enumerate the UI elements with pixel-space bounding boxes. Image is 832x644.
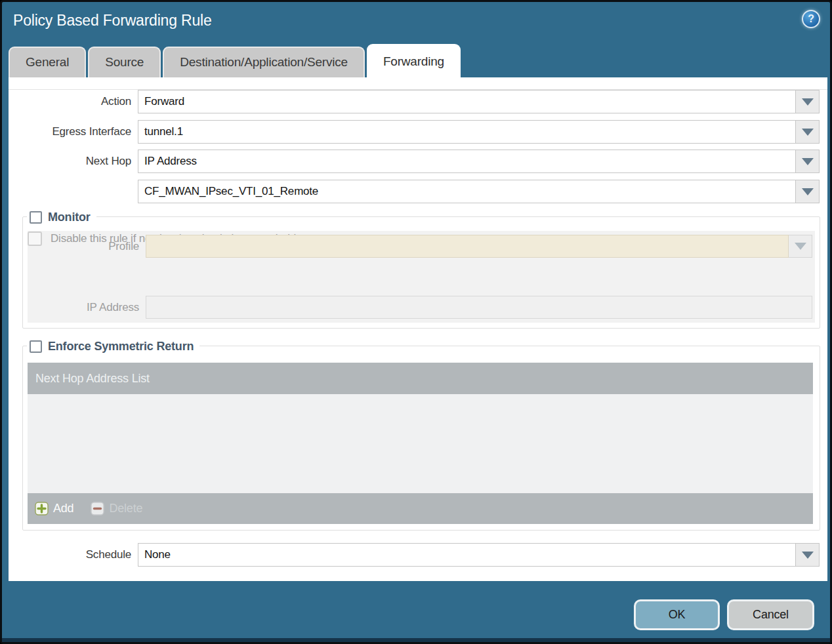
next-hop-value: IP Address [144,155,197,168]
monitor-ip-address-label: IP Address [28,296,146,319]
chevron-down-icon [802,98,814,106]
action-label: Action [9,90,138,113]
monitor-label: Monitor [48,211,91,224]
monitor-legend: Monitor [27,209,96,226]
action-select[interactable]: Forward [138,90,796,113]
forwarding-tab-panel: Action Forward Egress Interface tunnel.1… [9,77,827,581]
next-hop-address-select[interactable]: CF_MWAN_IPsec_VTI_01_Remote [138,180,796,203]
table-footer-toolbar: Add Delete [28,493,813,524]
profile-dropdown-button-disabled [789,235,812,258]
tab-forwarding[interactable]: Forwarding [367,44,461,77]
next-hop-address-label-spacer [9,180,138,203]
egress-interface-value: tunnel.1 [144,125,183,138]
action-dropdown-button[interactable] [796,90,820,113]
monitor-ip-address-row: IP Address [28,296,812,319]
next-hop-address-row: CF_MWAN_IPsec_VTI_01_Remote [9,180,820,203]
enforce-symmetric-return-checkbox[interactable] [30,340,42,353]
delete-button-disabled: Delete [91,502,142,515]
next-hop-address-dropdown-button[interactable] [796,180,820,203]
enforce-symmetric-return-label: Enforce Symmetric Return [48,340,194,353]
next-hop-address-list-table: Next Hop Address List Add [28,363,813,524]
tab-source[interactable]: Source [88,47,161,77]
chevron-down-icon [802,552,814,559]
egress-interface-dropdown-button[interactable] [796,120,820,144]
egress-interface-select[interactable]: tunnel.1 [138,120,796,144]
minus-icon [91,502,104,515]
monitor-ip-address-input-disabled [146,296,812,319]
help-icon[interactable]: ? [802,10,820,28]
chevron-down-icon [795,243,806,250]
profile-row: Profile [28,235,812,258]
chevron-down-icon [802,158,814,165]
question-mark-glyph: ? [808,13,814,25]
enforce-symmetric-return-group: Enforce Symmetric Return Next Hop Addres… [22,346,820,531]
action-value: Forward [144,95,184,108]
tab-bar: General Source Destination/Application/S… [9,44,823,77]
chevron-down-icon [802,188,814,195]
next-hop-row: Next Hop IP Address [9,150,820,173]
schedule-select[interactable]: None [138,543,796,567]
profile-label: Profile [28,235,146,258]
chevron-down-icon [802,129,814,136]
ok-button[interactable]: OK [634,599,720,630]
schedule-label: Schedule [9,543,138,567]
schedule-row: Schedule None [9,543,820,567]
tab-general[interactable]: General [9,47,86,77]
monitor-panel: Profile Disable this rule if nexthop/mon… [28,231,815,323]
monitor-checkbox[interactable] [30,211,42,224]
table-header-next-hop-address-list[interactable]: Next Hop Address List [28,363,813,394]
dialog-title: Policy Based Forwarding Rule [13,12,212,30]
plus-icon [35,502,49,515]
next-hop-label: Next Hop [9,150,138,173]
schedule-value: None [144,548,171,561]
delete-button-label: Delete [109,502,142,515]
monitor-group: Monitor Profile Disable this rule if nex… [22,216,820,329]
table-body-empty[interactable] [28,394,813,493]
tab-destination-application-service[interactable]: Destination/Application/Service [163,47,365,77]
next-hop-address-value: CF_MWAN_IPsec_VTI_01_Remote [144,185,318,198]
next-hop-dropdown-button[interactable] [796,150,820,173]
schedule-dropdown-button[interactable] [796,543,820,567]
cancel-button[interactable]: Cancel [727,599,814,630]
egress-interface-row: Egress Interface tunnel.1 [9,120,820,144]
enforce-symmetric-return-legend: Enforce Symmetric Return [27,338,199,355]
action-row: Action Forward [9,90,820,113]
next-hop-select[interactable]: IP Address [138,150,796,173]
egress-interface-label: Egress Interface [9,120,138,144]
add-button[interactable]: Add [35,502,73,515]
add-button-label: Add [53,502,73,515]
window-bottom-edge [2,638,830,642]
policy-based-forwarding-rule-dialog: Policy Based Forwarding Rule ? General S… [0,0,832,644]
profile-select-disabled [146,235,789,258]
